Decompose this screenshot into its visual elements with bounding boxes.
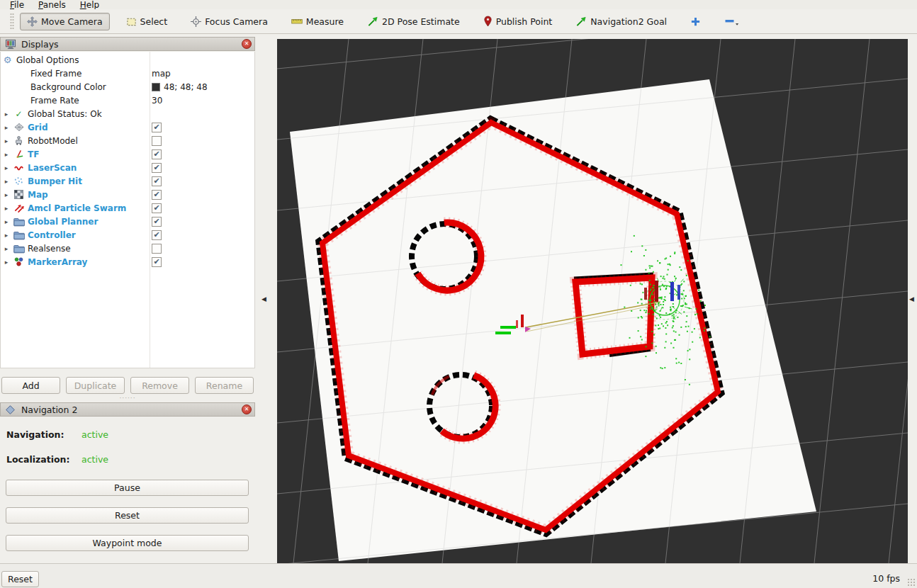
3d-viewport[interactable] [277,39,908,563]
expander-closed-icon[interactable]: ▸ [1,191,12,198]
enable-checkbox[interactable] [152,123,162,132]
displays-icon [4,39,17,50]
tool-select[interactable]: Select [119,13,175,30]
tool-remove-tool-icon[interactable] [717,12,746,30]
tree-label: TF [26,149,39,159]
enable-checkbox[interactable] [152,149,162,159]
reset-time-button[interactable]: Reset [1,571,39,587]
expander-closed-icon[interactable]: ▸ [1,124,12,131]
pause-button[interactable]: Pause [6,480,249,496]
tree-row-fixed-frame[interactable]: Fixed Framemap [1,67,254,80]
tree-row-realsense[interactable]: ▸Realsense [1,242,254,255]
expander-closed-icon[interactable]: ▸ [1,137,12,145]
status-label: Navigation: [6,429,81,441]
tool-label: Focus Camera [205,16,268,27]
tf-icon [12,149,26,159]
tool-measure[interactable]: Measure [284,13,351,30]
tree-row-global-options[interactable]: ⚙Global Options [1,53,254,67]
rviz-window: FilePanelsHelp Move CameraSelectFocus Ca… [0,0,917,588]
tool-focus-camera[interactable]: Focus Camera [184,13,275,30]
left-splitter-arrow-icon[interactable]: ◀ [261,295,266,303]
expander-closed-icon[interactable]: ▸ [1,218,12,225]
close-icon[interactable]: ✕ [242,405,252,414]
waypoint-mode-button[interactable]: Waypoint mode [6,535,249,551]
enable-checkbox[interactable] [152,163,162,173]
displays-panel-header: Displays ✕ [0,37,255,51]
enable-checkbox[interactable] [152,136,162,146]
tool-add-tool-icon[interactable] [683,13,708,30]
menu-item-file[interactable]: File [4,0,30,9]
display-enable-cell [152,188,162,201]
displays-tree: ⚙Global OptionsFixed FramemapBackground … [0,52,255,368]
tree-row-robotmodel[interactable]: ▸RobotModel [1,134,254,147]
tool-label: Publish Point [496,16,553,27]
toolbar-drag-handle[interactable] [10,13,14,30]
enable-checkbox[interactable] [152,230,162,240]
enable-checkbox[interactable] [152,176,162,186]
enable-checkbox[interactable] [152,190,162,200]
status-bar: Reset 10 fps [0,563,917,588]
property-value[interactable]: 48; 48; 48 [152,80,208,94]
tree-row-controller[interactable]: ▸Controller [1,228,254,242]
tree-label: Controller [26,230,76,240]
folder-icon [12,244,26,254]
tool-2d-pose-estimate[interactable]: 2D Pose Estimate [360,13,467,30]
bumper-icon [12,176,26,186]
tree-row-amcl-particle-swarm[interactable]: ▸Amcl Particle Swarm [1,201,254,215]
tool-publish-point[interactable]: Publish Point [476,12,560,30]
property-value-text: 48; 48; 48 [164,82,208,92]
folder-icon [12,230,26,240]
select-icon [126,16,137,27]
window-resize-grip[interactable] [907,578,916,587]
tree-row-bumper-hit[interactable]: ▸Bumper Hit [1,174,254,188]
add-tool-icon [690,16,701,27]
enable-checkbox[interactable] [152,257,162,267]
tree-row-global-status[interactable]: ▸✓Global Status: Ok [1,107,254,120]
expander-closed-icon[interactable]: ▸ [1,245,12,252]
nav2-panel-header: Navigation 2 ✕ [0,402,255,417]
menu-bar: FilePanelsHelp [0,0,917,9]
expander-closed-icon[interactable]: ▸ [1,232,12,239]
expander-closed-icon[interactable]: ▸ [1,151,12,158]
tree-row-markerarray[interactable]: ▸MarkerArray [1,255,254,268]
display-enable-cell [152,255,162,268]
display-enable-cell [152,215,162,228]
expander-closed-icon[interactable]: ▸ [1,205,12,212]
enable-checkbox[interactable] [152,244,162,254]
displays-panel-title: Displays [21,39,237,50]
expander-closed-icon[interactable]: ▸ [1,164,12,171]
tree-row-global-planner[interactable]: ▸Global Planner [1,215,254,228]
reset-button[interactable]: Reset [6,507,249,524]
property-value[interactable]: map [152,67,171,80]
property-name: Fixed Frame [1,69,81,79]
menu-item-help[interactable]: Help [74,0,105,9]
tool-navigation2-goal[interactable]: Navigation2 Goal [568,13,674,30]
tree-row-laserscan[interactable]: ▸LaserScan [1,161,254,174]
rename-button: Rename [195,377,254,394]
enable-checkbox[interactable] [152,217,162,227]
tree-row-map[interactable]: ▸Map [1,188,254,201]
tree-row-tf[interactable]: ▸TF [1,147,254,161]
menu-item-panels[interactable]: Panels [33,0,72,9]
tree-label: Map [26,190,48,200]
property-value[interactable]: 30 [152,94,162,107]
display-enable-cell [152,228,162,242]
panel-splitter-handle[interactable]: ······ [116,396,140,400]
tool-move-camera[interactable]: Move Camera [20,13,110,30]
display-enable-cell [152,174,162,188]
right-splitter-arrow-icon[interactable]: ◀ [909,295,914,303]
tree-row-grid[interactable]: ▸Grid [1,120,254,134]
status-label: Localization: [6,454,81,465]
enable-checkbox[interactable] [152,203,162,213]
expander-closed-icon[interactable]: ▸ [1,111,12,118]
tool-label: Measure [306,16,344,27]
property-value-text: 30 [152,96,162,106]
tree-label: Amcl Particle Swarm [26,203,126,213]
close-icon[interactable]: ✕ [242,39,252,49]
expander-closed-icon[interactable]: ▸ [1,259,12,266]
tree-row-frame-rate[interactable]: Frame Rate30 [1,94,254,107]
tree-row-background-color[interactable]: Background Color48; 48; 48 [1,80,254,94]
move-camera-icon [27,16,38,27]
add-button[interactable]: Add [1,377,60,394]
expander-closed-icon[interactable]: ▸ [1,178,12,185]
